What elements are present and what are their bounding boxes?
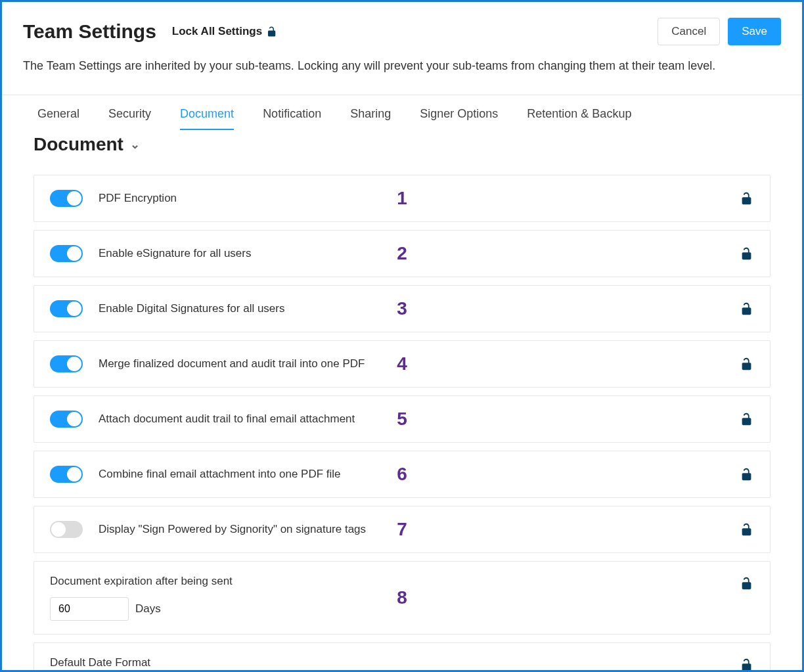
setting-label: PDF Encryption	[99, 192, 177, 205]
toggle-pdf-encryption[interactable]	[50, 190, 83, 207]
settings-scroll-area[interactable]: PDF Encryption 1 Enable eSignature for a…	[2, 163, 802, 672]
setting-pdf-encryption: PDF Encryption 1	[34, 175, 770, 222]
tab-general[interactable]: General	[37, 107, 79, 130]
toggle-merge-finalized[interactable]	[50, 355, 83, 372]
setting-label: Combine final email attachment into one …	[99, 468, 341, 481]
setting-merge-finalized: Merge finalized document and audit trail…	[34, 340, 770, 388]
tabs: General Security Document Notification S…	[2, 95, 802, 130]
section-heading-toggle[interactable]: Document ⌄	[2, 130, 802, 163]
unlock-icon[interactable]	[740, 357, 754, 371]
unlock-icon[interactable]	[740, 522, 754, 537]
unlock-icon[interactable]	[740, 467, 754, 482]
setting-default-date-format: Default Date Format MMMM DD, YYYY ▾ 9	[34, 642, 770, 672]
unlock-icon[interactable]	[740, 576, 754, 591]
setting-label: Document expiration after being sent	[50, 575, 233, 588]
setting-document-expiration: Document expiration after being sent Day…	[34, 561, 770, 635]
expiration-days-suffix: Days	[135, 602, 161, 616]
setting-enable-digital-signatures: Enable Digital Signatures for all users …	[34, 285, 770, 332]
unlock-icon[interactable]	[740, 412, 754, 426]
annotation-marker-1: 1	[397, 188, 407, 209]
unlock-icon[interactable]	[740, 302, 754, 316]
section-heading-label: Document	[34, 134, 123, 155]
page-title: Team Settings	[23, 20, 156, 43]
unlock-icon	[266, 26, 278, 37]
expiration-days-input[interactable]	[50, 597, 129, 621]
setting-label: Attach document audit trail to final ema…	[99, 413, 355, 426]
setting-display-sign-powered: Display "Sign Powered by Signority" on s…	[34, 506, 770, 553]
setting-label: Merge finalized document and audit trail…	[99, 357, 365, 370]
unlock-icon[interactable]	[740, 658, 754, 672]
toggle-combine-final-email[interactable]	[50, 466, 83, 483]
tab-retention-backup[interactable]: Retention & Backup	[527, 107, 631, 130]
setting-enable-esignature: Enable eSignature for all users 2	[34, 230, 770, 277]
annotation-marker-8: 8	[397, 587, 407, 608]
annotation-marker-7: 7	[397, 519, 407, 540]
lock-all-settings-button[interactable]: Lock All Settings	[172, 25, 278, 38]
tab-security[interactable]: Security	[108, 107, 151, 130]
annotation-marker-4: 4	[397, 353, 407, 374]
annotation-marker-6: 6	[397, 464, 407, 485]
tab-signer-options[interactable]: Signer Options	[420, 107, 498, 130]
lock-all-label: Lock All Settings	[172, 25, 262, 38]
setting-label: Default Date Format	[50, 656, 150, 669]
toggle-enable-digital-signatures[interactable]	[50, 300, 83, 317]
chevron-down-icon: ⌄	[130, 137, 140, 152]
setting-attach-audit-trail: Attach document audit trail to final ema…	[34, 395, 770, 443]
tab-sharing[interactable]: Sharing	[350, 107, 391, 130]
toggle-display-sign-powered[interactable]	[50, 521, 83, 538]
setting-combine-final-email: Combine final email attachment into one …	[34, 451, 770, 498]
cancel-button[interactable]: Cancel	[658, 18, 720, 45]
unlock-icon[interactable]	[740, 191, 754, 206]
setting-label: Enable eSignature for all users	[99, 247, 251, 260]
annotation-marker-9: 9	[397, 669, 407, 672]
annotation-marker-2: 2	[397, 243, 407, 264]
tab-notification[interactable]: Notification	[263, 107, 321, 130]
setting-label: Enable Digital Signatures for all users	[99, 302, 284, 315]
unlock-icon[interactable]	[740, 246, 754, 261]
toggle-attach-audit-trail[interactable]	[50, 411, 83, 428]
annotation-marker-5: 5	[397, 409, 407, 430]
setting-label: Display "Sign Powered by Signority" on s…	[99, 523, 366, 536]
save-button[interactable]: Save	[728, 18, 781, 45]
tab-document[interactable]: Document	[180, 107, 234, 130]
toggle-enable-esignature[interactable]	[50, 245, 83, 262]
annotation-marker-3: 3	[397, 298, 407, 319]
page-subtitle: The Team Settings are inherited by your …	[23, 57, 781, 75]
